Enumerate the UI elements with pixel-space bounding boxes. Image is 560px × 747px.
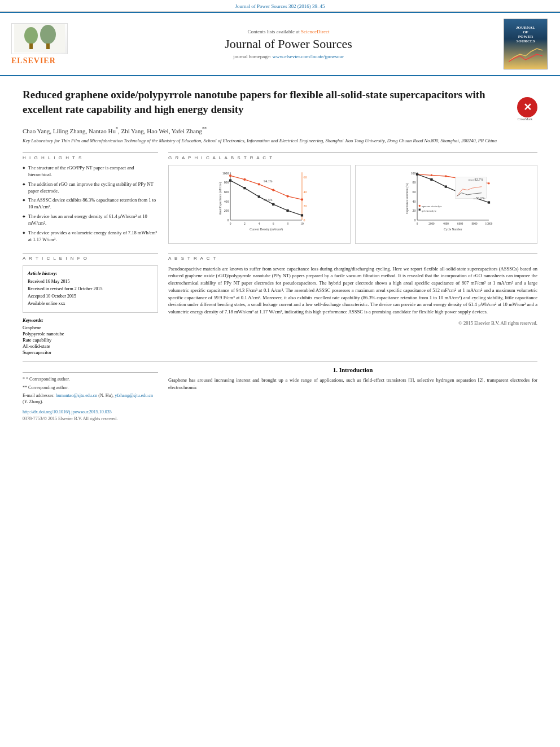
- svg-point-30: [286, 195, 288, 197]
- svg-text:100: 100: [411, 172, 416, 175]
- chart1-svg: 0 200 400 600 800 1000 Areal Capacitance…: [185, 170, 348, 232]
- email1-name: (N. Hu),: [98, 393, 113, 398]
- svg-rect-37: [301, 214, 303, 216]
- svg-text:82.7%: 82.7%: [475, 177, 483, 181]
- svg-rect-4: [46, 43, 50, 49]
- doi-section: http://dx.doi.org/10.1016/j.jpowsour.201…: [23, 409, 158, 414]
- highlight-item-5: The device provides a volumetric energy …: [23, 230, 158, 243]
- svg-point-1: [24, 27, 38, 44]
- journal-cover-image: JOURNALOFPOWERSOURCES: [504, 19, 549, 69]
- article-info-header: A R T I C L E I N F O: [23, 253, 158, 261]
- article-info-box: Article history: Received 16 May 2015 Re…: [23, 265, 158, 313]
- contents-availability: Contents lists available at ScienceDirec…: [79, 29, 498, 34]
- svg-text:56.1%: 56.1%: [476, 196, 484, 200]
- authors-text: Chao Yang, Liling Zhang, Nantao Hu*, Zhi…: [23, 128, 207, 134]
- sciencedirect-link[interactable]: ScienceDirect: [301, 29, 329, 34]
- affiliation: Key Laboratory for Thin Film and Microfa…: [23, 138, 537, 145]
- intro-number: 1.: [333, 366, 338, 373]
- svg-text:80: 80: [413, 181, 416, 184]
- svg-point-72: [419, 205, 421, 207]
- abstract-text: Pseudocapacitive materials are known to …: [168, 265, 537, 316]
- svg-rect-36: [286, 209, 288, 212]
- cover-title: JOURNALOFPOWERSOURCES: [516, 25, 535, 43]
- graph-charts: 0 200 400 600 800 1000 Areal Capacitance…: [168, 165, 537, 244]
- svg-text:60: 60: [304, 176, 307, 179]
- received-date: Received 16 May 2015: [28, 278, 153, 285]
- email-label: E-mail addresses:: [23, 393, 55, 398]
- svg-rect-32: [229, 179, 231, 181]
- svg-text:aqueous electrolyte: aqueous electrolyte: [422, 205, 442, 208]
- available-date: Available online xxx: [28, 300, 153, 307]
- journal-header: ELSEVIER Contents lists available at Sci…: [0, 12, 560, 76]
- svg-text:0: 0: [304, 219, 305, 222]
- svg-text:1000: 1000: [222, 172, 229, 175]
- corresponding-author-1: * * Corresponding author.: [23, 376, 158, 382]
- svg-text:20: 20: [413, 209, 416, 212]
- title-area: ✕ CrossMark Reduced graphene oxide/polyp…: [23, 82, 537, 123]
- intro-paragraph: Graphene has aroused increasing interest…: [168, 377, 537, 390]
- highlight-item-2: The addition of rGO can improve the cycl…: [23, 181, 158, 195]
- svg-text:10: 10: [300, 222, 304, 225]
- highlights-list: The structure of the rGO/PPy NT paper is…: [23, 165, 158, 243]
- crossmark-wrapper: ✕ CrossMark: [513, 90, 537, 121]
- svg-text:Cycle Number: Cycle Number: [444, 227, 462, 230]
- accepted-date: Accepted 10 October 2015: [28, 293, 153, 299]
- svg-text:20: 20: [304, 204, 307, 208]
- svg-text:Current Density (mA/cm²): Current Density (mA/cm²): [250, 227, 283, 231]
- article-history-title: Article history:: [28, 270, 153, 276]
- authors-line: Chao Yang, Liling Zhang, Nantao Hu*, Zhi…: [23, 126, 537, 134]
- svg-text:t (ms): t (ms): [468, 178, 474, 181]
- highlight-item-4: The device has an areal energy density o…: [23, 213, 158, 227]
- keywords-label: Keywords:: [23, 317, 158, 323]
- svg-rect-62: [416, 173, 418, 175]
- highlights-header: H I G H L I G H T S: [23, 152, 158, 160]
- svg-text:Capacitance Retention (%): Capacitance Retention (%): [405, 183, 409, 214]
- chart1: 0 200 400 600 800 1000 Areal Capacitance…: [168, 165, 351, 244]
- corresponding-author-2-label: ** Corresponding author.: [23, 385, 69, 390]
- svg-rect-63: [430, 178, 432, 181]
- svg-text:8: 8: [287, 222, 288, 225]
- svg-rect-74: [419, 208, 421, 210]
- email-link-1[interactable]: humantao@sjtu.edu.cn: [56, 393, 98, 398]
- svg-point-57: [431, 174, 432, 176]
- keyword-4: All-solid-state: [23, 343, 158, 349]
- chart2-svg: 0 20 40 60 80 100 Capacitance Retention …: [371, 170, 535, 232]
- svg-text:40: 40: [413, 199, 416, 203]
- highlight-item-3: The ASSSC device exhibits 86.3% capacita…: [23, 197, 158, 211]
- right-column: G R A P H I C A L A B S T R A C T 0 200 …: [168, 152, 537, 246]
- received-revised-date: Received in revised form 2 October 2015: [28, 286, 153, 292]
- svg-point-58: [445, 175, 447, 177]
- svg-rect-34: [258, 195, 260, 198]
- svg-text:600: 600: [224, 190, 229, 193]
- journal-citation: Journal of Power Sources 302 (2016) 39–4…: [235, 3, 325, 9]
- footnotes-col: * * Corresponding author. ** Correspondi…: [23, 366, 158, 421]
- article-body: ✕ CrossMark Reduced graphene oxide/polyp…: [0, 76, 560, 427]
- svg-text:0: 0: [417, 222, 418, 225]
- intro-header: 1. Introduction: [168, 366, 537, 373]
- svg-point-27: [243, 178, 246, 181]
- svg-point-31: [301, 198, 303, 200]
- svg-text:60: 60: [413, 190, 416, 193]
- svg-text:200: 200: [224, 209, 229, 212]
- homepage-url[interactable]: www.elsevier.com/locate/jpowsour: [273, 54, 344, 59]
- info-abstract-row: A R T I C L E I N F O Article history: R…: [23, 253, 537, 356]
- svg-point-26: [229, 174, 231, 177]
- journal-header-center: Contents lists available at ScienceDirec…: [79, 29, 498, 59]
- svg-text:2: 2: [244, 222, 246, 225]
- graphical-abstract-header: G R A P H I C A L A B S T R A C T: [168, 152, 537, 160]
- keyword-5: Supercapacitor: [23, 350, 158, 355]
- intro-text: Graphene has aroused increasing interest…: [168, 377, 537, 391]
- chart2: 0 20 40 60 80 100 Capacitance Retention …: [355, 165, 537, 244]
- svg-rect-33: [243, 187, 246, 189]
- corresponding-author-2: ** Corresponding author.: [23, 385, 158, 391]
- doi-link[interactable]: http://dx.doi.org/10.1016/j.jpowsour.201…: [23, 409, 112, 414]
- email-link-2[interactable]: yfzhang@sjtu.edu.cn: [115, 393, 153, 398]
- svg-text:0: 0: [414, 219, 416, 222]
- article-title: Reduced graphene oxide/polypyrrole nanot…: [23, 88, 485, 116]
- keywords-section: Keywords: Graphene Polypyrrole nanotube …: [23, 317, 158, 355]
- svg-text:86.5%: 86.5%: [264, 198, 272, 202]
- svg-text:4000: 4000: [443, 222, 449, 225]
- intro-title: Introduction: [339, 366, 373, 373]
- svg-text:800: 800: [224, 181, 229, 184]
- svg-text:Areal Capacitance (mF/cm²): Areal Capacitance (mF/cm²): [218, 182, 222, 215]
